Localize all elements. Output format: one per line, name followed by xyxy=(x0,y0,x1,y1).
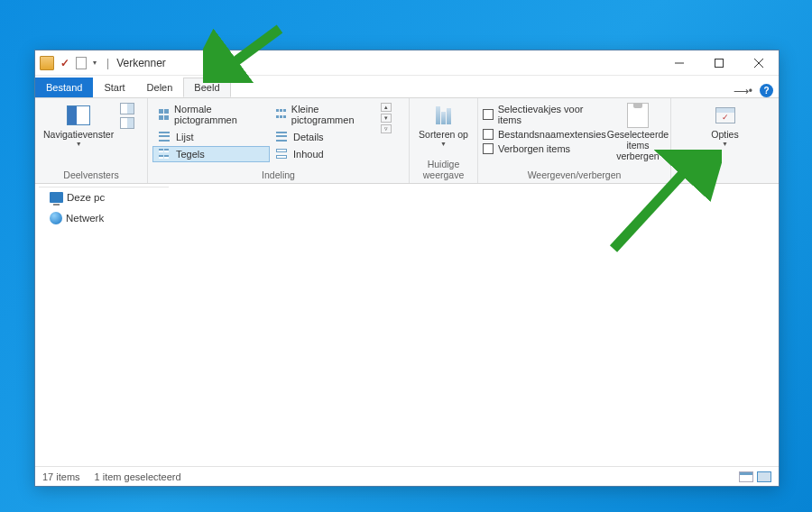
explorer-icon xyxy=(40,56,54,70)
window-title: Verkenner xyxy=(116,57,166,69)
hide-selected-button[interactable]: Geselecteerde items verbergen xyxy=(610,101,666,161)
layout-kleine[interactable]: Kleine pictogrammen xyxy=(270,101,376,128)
qat-newfolder-icon[interactable] xyxy=(76,57,87,69)
layout-details[interactable]: Details xyxy=(270,129,376,145)
checkbox-selectievakjes[interactable]: Selectievakjes voor items xyxy=(483,104,606,125)
pc-icon xyxy=(50,192,63,203)
checkbox-verborgen[interactable]: Verborgen items xyxy=(483,143,606,154)
ribbon: Navigatievenster ▼ Deelvensters Normale … xyxy=(35,97,779,184)
layout-inhoud[interactable]: Inhoud xyxy=(270,146,376,162)
layout-tegels[interactable]: Tegels xyxy=(152,146,270,162)
titlebar: ✓ ▾ | Verkenner xyxy=(35,50,779,76)
maximize-button[interactable] xyxy=(699,50,739,76)
svg-rect-1 xyxy=(715,59,724,67)
title-separator: | xyxy=(106,57,109,69)
group-label-indeling: Indeling xyxy=(148,168,409,183)
minimize-button[interactable] xyxy=(660,50,699,76)
tab-bestand[interactable]: Bestand xyxy=(35,78,93,97)
chevron-down-icon: ▼ xyxy=(722,141,728,148)
details-pane-icon[interactable] xyxy=(120,117,134,129)
collapse-ribbon-icon[interactable]: ⟶• xyxy=(734,85,752,97)
layout-scroll-up-icon[interactable]: ▴ xyxy=(381,103,392,112)
layout-expand-icon[interactable]: ▿ xyxy=(381,124,392,133)
tab-start[interactable]: Start xyxy=(93,78,135,97)
help-icon[interactable]: ? xyxy=(760,84,773,97)
tab-beeld[interactable]: Beeld xyxy=(183,78,230,97)
ribbon-tabstrip: Bestand Start Delen Beeld ⟶• ? xyxy=(35,76,779,97)
network-icon xyxy=(50,212,62,224)
layout-lijst[interactable]: Lijst xyxy=(152,129,270,145)
status-selected-count: 1 item geselecteerd xyxy=(95,471,181,482)
window-controls xyxy=(660,50,779,76)
view-details-icon[interactable] xyxy=(739,471,753,482)
navigation-pane[interactable]: Deze pc Netwerk xyxy=(35,184,172,466)
pane-toggles xyxy=(120,101,134,129)
checkbox-extensies[interactable]: Bestandsnaamextensies xyxy=(483,129,606,140)
nav-thispc[interactable]: Deze pc xyxy=(39,190,169,205)
status-item-count: 17 items xyxy=(42,471,80,482)
navigatievenster-label: Navigatievenster xyxy=(43,129,114,140)
navigatievenster-button[interactable]: Navigatievenster ▼ xyxy=(40,101,117,148)
group-label-weergeven-verbergen: Weergeven/verbergen xyxy=(478,168,670,183)
content-area: Deze pc Netwerk xyxy=(35,184,779,466)
layout-scroll-down-icon[interactable]: ▾ xyxy=(381,114,392,123)
statusbar: 17 items 1 item geselecteerd xyxy=(35,466,779,486)
group-label-huidige-weergave: Huidige weergave xyxy=(410,157,477,183)
sorteren-op-button[interactable]: Sorteren op ▼ xyxy=(415,101,472,148)
qat-properties-icon[interactable]: ✓ xyxy=(58,56,72,70)
file-view[interactable] xyxy=(172,184,779,466)
close-button[interactable] xyxy=(739,50,779,76)
tab-delen[interactable]: Delen xyxy=(136,78,184,97)
chevron-down-icon: ▼ xyxy=(440,141,447,148)
qat-dropdown-icon[interactable]: ▾ xyxy=(90,59,99,67)
nav-network[interactable]: Netwerk xyxy=(39,210,169,226)
layout-normal[interactable]: Normale pictogrammen xyxy=(152,101,270,128)
opties-button[interactable]: ✓ Opties ▼ xyxy=(705,101,746,148)
chevron-down-icon: ▼ xyxy=(76,141,82,148)
group-label-deelvensters: Deelvensters xyxy=(35,168,147,183)
view-tiles-icon[interactable] xyxy=(757,471,771,482)
file-explorer-window: ✓ ▾ | Verkenner Bestand Start Delen Beel… xyxy=(34,50,780,487)
preview-pane-icon[interactable] xyxy=(120,103,134,114)
titlebar-left: ✓ ▾ | Verkenner xyxy=(35,56,166,70)
sorteren-label: Sorteren op xyxy=(419,129,468,140)
